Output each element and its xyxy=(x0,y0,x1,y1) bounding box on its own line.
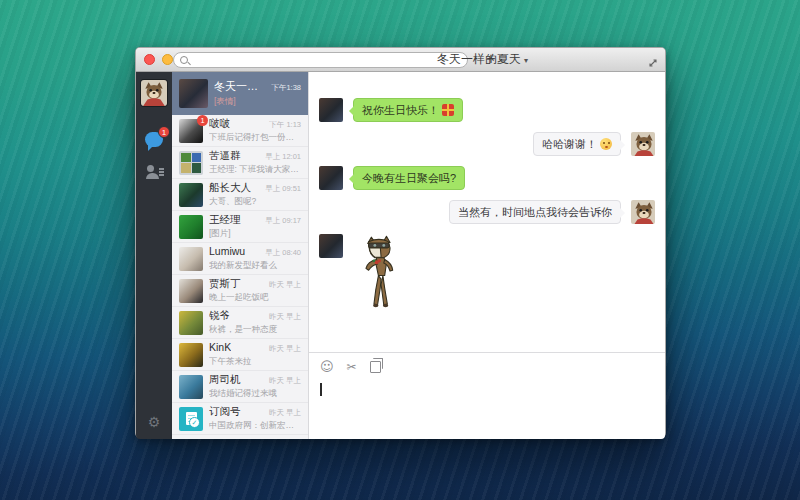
chevron-down-icon: ▾ xyxy=(524,56,528,65)
conversation-title-text: 冬天一样的夏天 xyxy=(437,52,521,66)
chat-list-item[interactable]: 船长大人 早上 09:51 大哥、图呢? xyxy=(172,179,308,211)
chat-avatar xyxy=(179,311,203,335)
chat-name: 啵啵 xyxy=(209,117,230,131)
chat-list-item[interactable]: 周司机 昨天 早上 我结婚记得过来哦 xyxy=(172,371,308,403)
send-file-icon[interactable] xyxy=(370,361,381,373)
chat-time: 昨天 早上 xyxy=(269,408,301,418)
chat-list-item[interactable]: 冬天一样的夏天 下午1:38 [表情] xyxy=(172,72,308,115)
chat-avatar xyxy=(179,183,203,207)
chat-time: 下午1:38 xyxy=(271,83,301,93)
message-bubble: 祝你生日快乐！ xyxy=(353,98,463,122)
message: 今晚有生日聚会吗? xyxy=(319,166,655,190)
chat-list-item[interactable]: 苦逼群 早上 12:01 王经理: 下班我请大家吃饭 xyxy=(172,147,308,179)
search-icon xyxy=(180,56,188,64)
chat-time: 昨天 早上 xyxy=(269,280,301,290)
chat-list-item[interactable]: 1 啵啵 下午 1:13 下班后记得打包一份给我哦 xyxy=(172,115,308,147)
chat-avatar xyxy=(179,215,203,239)
self-avatar[interactable] xyxy=(141,80,167,106)
chat-name: KinK xyxy=(209,341,231,353)
chat-avatar xyxy=(179,247,203,271)
chat-avatar xyxy=(179,151,203,175)
minimize-button[interactable] xyxy=(162,54,173,65)
chat-time: 早上 12:01 xyxy=(265,152,301,162)
fullscreen-icon[interactable] xyxy=(648,54,658,72)
message: 祝你生日快乐！ xyxy=(319,98,655,122)
chat-list-item[interactable]: 锐爷 昨天 早上 秋裤，是一种态度 xyxy=(172,307,308,339)
titlebar[interactable]: + 冬天一样的夏天▾ xyxy=(136,48,665,72)
chat-preview: [图片] xyxy=(209,228,301,240)
chat-time: 下午 1:13 xyxy=(269,120,301,130)
chat-avatar: ✓ xyxy=(179,407,203,431)
chat-avatar xyxy=(179,279,203,303)
chat-time: 昨天 早上 xyxy=(269,312,301,322)
composer-toolbar: ☺ ✂ xyxy=(309,353,665,373)
message-avatar[interactable] xyxy=(631,200,655,224)
chat-name: Lumiwu xyxy=(209,245,245,257)
nav-contacts-tab[interactable] xyxy=(146,165,162,179)
message: 哈哈谢谢！ xyxy=(319,132,655,156)
composer[interactable]: ☺ ✂ xyxy=(309,352,665,439)
chat-avatar xyxy=(179,79,208,108)
chat-time: 昨天 早上 xyxy=(269,376,301,386)
chat-name: 锐爷 xyxy=(209,309,230,323)
chat-list[interactable]: 冬天一样的夏天 下午1:38 [表情] 1 啵啵 下午 1:13 下班后记得打包… xyxy=(172,72,309,439)
message-text: 当然有，时间地点我待会告诉你 xyxy=(458,206,612,218)
chat-preview: [表情] xyxy=(214,96,301,108)
message-bubble: 当然有，时间地点我待会告诉你 xyxy=(449,200,621,224)
text-caret xyxy=(320,383,322,396)
chat-name: 周司机 xyxy=(209,373,241,387)
gift-emoji-icon xyxy=(442,104,454,116)
close-button[interactable] xyxy=(144,54,155,65)
chat-preview: 晚上一起吃饭吧 xyxy=(209,292,301,304)
emoji-picker-icon[interactable]: ☺ xyxy=(320,360,334,373)
message-text: 祝你生日快乐！ xyxy=(362,104,439,116)
chat-preview: 中国政府网：创新宏观调控：中… xyxy=(209,420,301,432)
message-history[interactable]: 祝你生日快乐！ xyxy=(309,72,665,352)
chat-list-item[interactable]: ✓ 订阅号 昨天 早上 中国政府网：创新宏观调控：中… xyxy=(172,403,308,435)
conversation-title[interactable]: 冬天一样的夏天▾ xyxy=(316,48,649,71)
chat-name: 贾斯丁 xyxy=(209,277,241,291)
desktop-wallpaper: + 冬天一样的夏天▾ xyxy=(0,0,800,500)
chat-preview: 我结婚记得过来哦 xyxy=(209,388,301,400)
message-avatar[interactable] xyxy=(319,98,343,122)
message-avatar[interactable] xyxy=(319,166,343,190)
message-input[interactable] xyxy=(320,380,655,433)
chat-list-item[interactable]: Lumiwu 早上 08:40 我的新发型好看么 xyxy=(172,243,308,275)
kiss-smiley-emoji-icon xyxy=(600,138,612,150)
chat-name: 王经理 xyxy=(209,213,241,227)
chat-list-item[interactable]: 贾斯丁 昨天 早上 晚上一起吃饭吧 xyxy=(172,275,308,307)
contacts-icon xyxy=(147,165,154,172)
chat-time: 昨天 早上 xyxy=(269,344,301,354)
message-text: 哈哈谢谢！ xyxy=(542,138,597,150)
chat-avatar xyxy=(179,343,203,367)
chat-list-item[interactable]: 王经理 早上 09:17 [图片] xyxy=(172,211,308,243)
nav-rail: 1 ⚙ xyxy=(136,72,172,439)
chat-preview: 我的新发型好看么 xyxy=(209,260,301,272)
chat-preview: 下午茶来拉 xyxy=(209,356,301,368)
chat-preview: 王经理: 下班我请大家吃饭 xyxy=(209,164,301,176)
chat-time: 早上 09:51 xyxy=(265,184,301,194)
unread-badge: 1 xyxy=(197,115,208,126)
chat-time: 早上 08:40 xyxy=(265,248,301,258)
nav-chats-tab[interactable]: 1 xyxy=(145,132,163,147)
screenshot-scissors-icon[interactable]: ✂ xyxy=(347,361,357,373)
chat-name: 订阅号 xyxy=(209,405,241,419)
conversation-pane: 祝你生日快乐！ xyxy=(309,72,665,439)
chat-avatar xyxy=(179,375,203,399)
chat-list-item[interactable]: KinK 昨天 早上 下午茶来拉 xyxy=(172,339,308,371)
message-bubble: 哈哈谢谢！ xyxy=(533,132,621,156)
message-bubble: 今晚有生日聚会吗? xyxy=(353,166,465,190)
message-avatar[interactable] xyxy=(631,132,655,156)
chat-name: 冬天一样的夏天 xyxy=(214,79,267,94)
chat-preview: 秋裤，是一种态度 xyxy=(209,324,301,336)
chat-preview: 下班后记得打包一份给我哦 xyxy=(209,132,301,144)
message-text: 今晚有生日聚会吗? xyxy=(362,172,456,184)
chat-name: 船长大人 xyxy=(209,181,251,195)
message xyxy=(319,234,655,314)
chat-name: 苦逼群 xyxy=(209,149,241,163)
wechat-window: + 冬天一样的夏天▾ xyxy=(135,47,666,438)
settings-gear-icon[interactable]: ⚙ xyxy=(136,414,172,430)
dancing-horse-sticker[interactable] xyxy=(357,234,407,314)
message-avatar[interactable] xyxy=(319,234,343,258)
chat-time: 早上 09:17 xyxy=(265,216,301,226)
